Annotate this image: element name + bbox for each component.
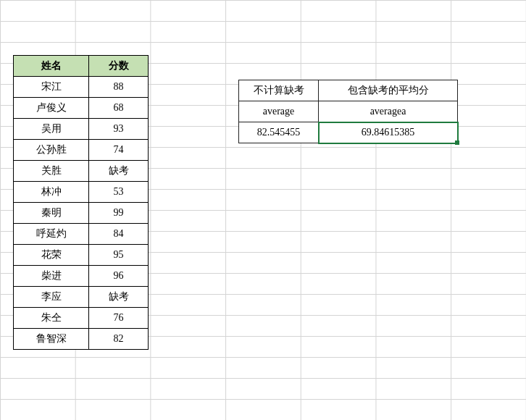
cell-score[interactable]: 93 xyxy=(89,119,149,140)
cell-score[interactable]: 缺考 xyxy=(89,287,149,308)
cell-score[interactable]: 53 xyxy=(89,182,149,203)
table-row: 朱仝76 xyxy=(14,308,149,329)
table-row: 卢俊义68 xyxy=(14,98,149,119)
cell-name[interactable]: 卢俊义 xyxy=(14,98,89,119)
table-row: 吴用93 xyxy=(14,119,149,140)
table-row: 秦明99 xyxy=(14,203,149,224)
cell-score[interactable]: 68 xyxy=(89,98,149,119)
header-include-absent[interactable]: 包含缺考的平均分 xyxy=(319,80,458,101)
value-average[interactable]: 82.545455 xyxy=(239,122,319,143)
cell-name[interactable]: 秦明 xyxy=(14,203,89,224)
table-row: 公孙胜74 xyxy=(14,140,149,161)
cell-name[interactable]: 呼延灼 xyxy=(14,224,89,245)
cell-score[interactable]: 84 xyxy=(89,224,149,245)
table-row: 宋江88 xyxy=(14,77,149,98)
cell-name[interactable]: 鲁智深 xyxy=(14,329,89,350)
table-row: 鲁智深82 xyxy=(14,329,149,350)
fill-handle[interactable] xyxy=(455,140,459,145)
cell-score[interactable]: 74 xyxy=(89,140,149,161)
cell-score[interactable]: 95 xyxy=(89,245,149,266)
table-row: 林冲53 xyxy=(14,182,149,203)
table-row: 花荣95 xyxy=(14,245,149,266)
table-row: 呼延灼84 xyxy=(14,224,149,245)
table-row: 不计算缺考 包含缺考的平均分 xyxy=(239,80,458,101)
cell-name[interactable]: 宋江 xyxy=(14,77,89,98)
table-row: 柴进96 xyxy=(14,266,149,287)
averages-table: 不计算缺考 包含缺考的平均分 average averagea 82.54545… xyxy=(238,80,458,143)
table-row: 82.545455 69.84615385 xyxy=(239,122,458,143)
cell-name[interactable]: 公孙胜 xyxy=(14,140,89,161)
selected-cell-value-averagea[interactable]: 69.84615385 xyxy=(319,122,458,143)
formula-averagea[interactable]: averagea xyxy=(319,101,458,122)
cell-name[interactable]: 柴进 xyxy=(14,266,89,287)
header-name[interactable]: 姓名 xyxy=(14,56,89,77)
table-row: average averagea xyxy=(239,101,458,122)
cell-name[interactable]: 林冲 xyxy=(14,182,89,203)
cell-score[interactable]: 99 xyxy=(89,203,149,224)
cell-score[interactable]: 缺考 xyxy=(89,161,149,182)
header-score[interactable]: 分数 xyxy=(89,56,149,77)
cell-score[interactable]: 76 xyxy=(89,308,149,329)
cell-name[interactable]: 吴用 xyxy=(14,119,89,140)
cell-name[interactable]: 李应 xyxy=(14,287,89,308)
table-row: 关胜缺考 xyxy=(14,161,149,182)
cell-name[interactable]: 朱仝 xyxy=(14,308,89,329)
formula-average[interactable]: average xyxy=(239,101,319,122)
cell-name[interactable]: 花荣 xyxy=(14,245,89,266)
table-header-row: 姓名 分数 xyxy=(14,56,149,77)
header-exclude-absent[interactable]: 不计算缺考 xyxy=(239,80,319,101)
cell-score[interactable]: 96 xyxy=(89,266,149,287)
table-row: 李应缺考 xyxy=(14,287,149,308)
cell-score[interactable]: 88 xyxy=(89,77,149,98)
names-scores-table: 姓名 分数 宋江88卢俊义68吴用93公孙胜74关胜缺考林冲53秦明99呼延灼8… xyxy=(13,55,149,350)
cell-score[interactable]: 82 xyxy=(89,329,149,350)
cell-name[interactable]: 关胜 xyxy=(14,161,89,182)
